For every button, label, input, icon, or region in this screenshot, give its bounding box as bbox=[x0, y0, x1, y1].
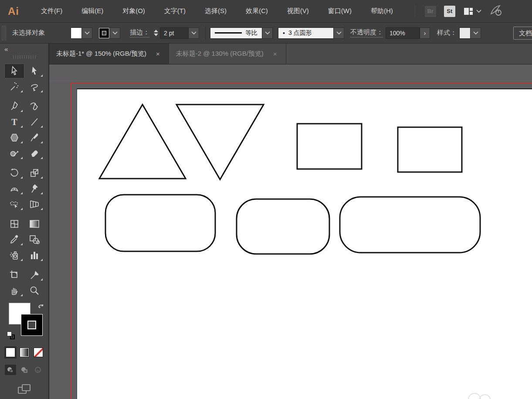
stroke-profile-label: 等比 bbox=[245, 29, 258, 37]
chevron-down-icon bbox=[336, 31, 342, 35]
eraser-tool[interactable] bbox=[24, 146, 44, 161]
menu-file[interactable]: 文件(F) bbox=[35, 3, 68, 19]
column-graph-tool[interactable] bbox=[24, 248, 44, 263]
selection-status: 未选择对象 bbox=[12, 29, 64, 37]
menubar-divider bbox=[415, 6, 415, 17]
document-setup-button[interactable]: 文档设置 bbox=[513, 27, 532, 40]
slice-tool[interactable] bbox=[24, 267, 44, 282]
stroke-weight-stepper[interactable] bbox=[152, 30, 160, 36]
fill-swatch[interactable] bbox=[71, 27, 82, 39]
menu-edit[interactable]: 编辑(E) bbox=[75, 3, 109, 19]
eyedropper-tool[interactable] bbox=[4, 232, 24, 247]
stroke-swatch[interactable] bbox=[98, 27, 110, 39]
menu-help[interactable]: 帮助(H) bbox=[365, 3, 399, 19]
puppet-warp-tool[interactable] bbox=[24, 181, 44, 196]
style-swatch[interactable] bbox=[459, 27, 471, 39]
stroke-profile-dropdown-button[interactable] bbox=[262, 27, 273, 39]
swap-fill-stroke-icon[interactable] bbox=[37, 303, 45, 311]
magic-wand-tool[interactable] bbox=[4, 79, 24, 94]
opacity-field[interactable]: 100% bbox=[386, 27, 420, 39]
menu-type[interactable]: 文字(T) bbox=[158, 3, 192, 19]
color-button[interactable] bbox=[4, 346, 17, 358]
fill-dropdown-button[interactable] bbox=[82, 27, 92, 39]
style-dropdown-button[interactable] bbox=[471, 27, 481, 39]
rectangle-2[interactable] bbox=[398, 127, 462, 172]
menu-select[interactable]: 选择(S) bbox=[199, 3, 233, 19]
triangle-up[interactable] bbox=[99, 105, 186, 179]
canvas-viewport[interactable] bbox=[49, 64, 532, 399]
stroke-weight-dropdown-button[interactable] bbox=[189, 27, 199, 39]
curvature-tool[interactable] bbox=[24, 99, 44, 114]
shaper-tool[interactable] bbox=[4, 146, 24, 161]
close-icon[interactable]: × bbox=[154, 49, 162, 58]
faint-circle-1[interactable] bbox=[468, 393, 481, 399]
none-button[interactable] bbox=[32, 346, 44, 358]
stroke-weight-field[interactable]: 2 pt bbox=[160, 27, 189, 39]
type-tool[interactable]: T bbox=[4, 115, 24, 129]
control-bar-grip[interactable] bbox=[2, 25, 7, 41]
menu-window[interactable]: 窗口(W) bbox=[322, 3, 358, 19]
polygon-tool[interactable] bbox=[4, 130, 24, 145]
triangle-down[interactable] bbox=[176, 105, 264, 179]
rounded-rect-1[interactable] bbox=[105, 195, 215, 251]
illustrator-window: Ai 文件(F) 编辑(E) 对象(O) 文字(T) 选择(S) 效果(C) 视… bbox=[0, 0, 532, 399]
rotate-tool[interactable] bbox=[4, 166, 24, 180]
tab-untitled-2[interactable]: 未标题-2 @ 130% (RGB/预览) × bbox=[169, 44, 286, 64]
stroke-weight-label[interactable]: 描边： bbox=[130, 28, 149, 37]
stroke-color-control[interactable] bbox=[98, 27, 120, 39]
shape-builder-tool[interactable] bbox=[4, 197, 24, 212]
opacity-label[interactable]: 不透明度： bbox=[350, 28, 383, 37]
rounded-rect-2[interactable] bbox=[237, 199, 329, 254]
menu-object[interactable]: 对象(O) bbox=[116, 3, 151, 19]
opacity-expand-button[interactable]: › bbox=[420, 27, 430, 39]
fill-color-control[interactable] bbox=[71, 27, 92, 39]
hand-tool[interactable] bbox=[4, 283, 24, 298]
paintbrush-tool[interactable] bbox=[24, 130, 44, 145]
stock-icon[interactable]: St bbox=[444, 6, 455, 17]
menu-effect[interactable]: 效果(C) bbox=[240, 3, 274, 19]
width-tool[interactable] bbox=[4, 181, 24, 196]
artboard-tool[interactable] bbox=[4, 267, 24, 282]
brush-dropdown[interactable]: • 3 点圆形 bbox=[278, 27, 334, 39]
stroke-dropdown-button[interactable] bbox=[110, 27, 120, 39]
scale-tool[interactable] bbox=[24, 166, 44, 180]
symbol-sprayer-tool[interactable] bbox=[4, 248, 24, 263]
control-bar: 未选择对象 描边： 2 pt 等比 bbox=[0, 23, 532, 44]
bridge-icon[interactable]: Br bbox=[425, 6, 436, 17]
gradient-button[interactable] bbox=[18, 346, 30, 358]
pen-tool[interactable] bbox=[4, 99, 24, 114]
menu-bar: Ai 文件(F) 编辑(E) 对象(O) 文字(T) 选择(S) 效果(C) 视… bbox=[0, 0, 532, 23]
collapse-panel-button[interactable]: « bbox=[0, 44, 12, 54]
brush-dot: • bbox=[283, 30, 285, 37]
tools-panel-grip[interactable] bbox=[13, 55, 36, 59]
draw-inside-icon[interactable] bbox=[33, 365, 44, 375]
tab-untitled-1[interactable]: 未标题-1* @ 150% (RGB/预览) × bbox=[49, 44, 169, 64]
tab-label: 未标题-2 @ 130% (RGB/预览) bbox=[176, 50, 264, 58]
perspective-grid-tool[interactable] bbox=[24, 197, 44, 212]
zoom-tool[interactable] bbox=[24, 283, 44, 298]
draw-behind-icon[interactable] bbox=[19, 365, 30, 375]
gradient-tool[interactable] bbox=[24, 216, 44, 231]
close-icon[interactable]: × bbox=[271, 49, 279, 58]
rounded-rect-3[interactable] bbox=[340, 197, 480, 253]
stroke-profile-control[interactable]: 等比 bbox=[210, 27, 273, 39]
artboard-shapes[interactable] bbox=[49, 64, 532, 399]
brush-dropdown-button[interactable] bbox=[334, 27, 344, 39]
stroke-color-box[interactable] bbox=[21, 314, 43, 336]
blend-tool[interactable] bbox=[24, 232, 44, 247]
faint-circle-2[interactable] bbox=[479, 395, 491, 399]
screen-mode-icon[interactable] bbox=[17, 383, 32, 398]
mesh-tool[interactable] bbox=[4, 216, 24, 231]
brush-control[interactable]: • 3 点圆形 bbox=[278, 27, 344, 39]
default-fill-stroke-icon[interactable] bbox=[7, 331, 15, 339]
lasso-tool[interactable] bbox=[24, 79, 44, 94]
selection-tool[interactable] bbox=[4, 64, 24, 78]
gpu-performance-icon[interactable] bbox=[489, 4, 502, 18]
menu-view[interactable]: 视图(V) bbox=[281, 3, 315, 19]
rectangle-1[interactable] bbox=[297, 124, 362, 169]
line-segment-tool[interactable] bbox=[24, 115, 44, 129]
stroke-profile-dropdown[interactable]: 等比 bbox=[210, 27, 262, 39]
direct-selection-tool[interactable] bbox=[24, 64, 44, 78]
draw-normal-icon[interactable] bbox=[5, 365, 16, 375]
arrange-documents-icon[interactable] bbox=[463, 7, 481, 16]
